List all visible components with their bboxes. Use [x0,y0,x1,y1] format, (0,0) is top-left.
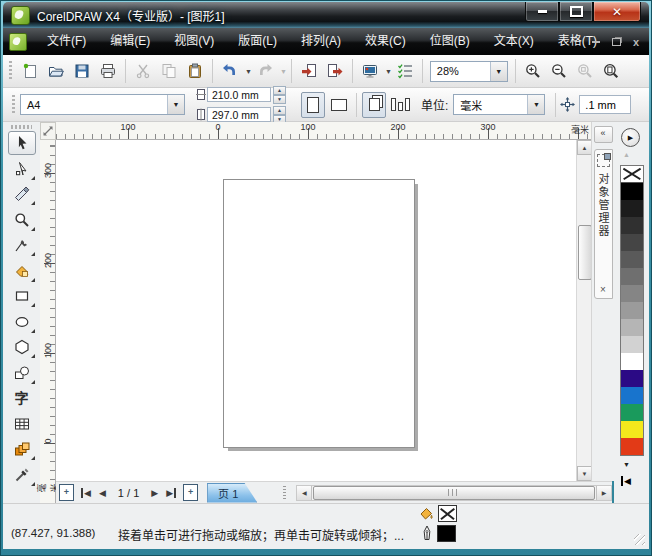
color-swatch[interactable] [621,183,643,200]
flyout-arrow-icon[interactable] [31,176,35,180]
zoom-combo-arrow[interactable]: ▼ [490,62,507,81]
flyout-arrow-icon[interactable] [31,201,35,205]
all-pages-button[interactable] [362,92,386,118]
interactive-blend-tool[interactable] [8,437,36,461]
toolbar-grip[interactable] [9,61,12,81]
color-swatch[interactable] [621,251,643,268]
horizontal-scroll-thumb[interactable] [313,486,595,500]
fill-color-swatch[interactable] [438,505,457,522]
paper-height-field[interactable]: 297.0 mm [207,107,271,122]
doc-minimize-button[interactable] [592,41,600,43]
page-tab[interactable]: 页 1 [207,483,257,503]
landscape-orientation-button[interactable] [327,92,351,118]
rectangle-tool[interactable] [8,284,36,308]
smart-fill-tool[interactable] [8,259,36,283]
color-swatch[interactable] [621,336,643,353]
toolbox-grip[interactable] [11,125,32,129]
window-resize-grip[interactable] [634,534,645,545]
nudge-offset-field[interactable]: .1 mm [579,95,631,114]
color-swatch[interactable] [621,285,643,302]
zoom-out-button[interactable] [547,58,571,84]
zoom-in-button[interactable] [521,58,545,84]
add-page-button[interactable]: + [183,484,198,501]
minimize-button[interactable] [525,2,559,22]
launcher-dropdown-arrow[interactable]: ▼ [385,68,392,75]
pick-tool[interactable] [8,131,36,155]
units-combo-arrow[interactable]: ▼ [527,95,544,114]
paper-type-combo[interactable]: A4 ▼ [20,94,185,115]
undo-dropdown-arrow[interactable]: ▼ [245,68,252,75]
palette-expand-button[interactable]: ◀ [621,476,631,486]
scroll-left-button[interactable]: ◀ [297,486,312,500]
color-swatch[interactable] [621,302,643,319]
undo-button[interactable] [218,58,242,84]
first-page-button[interactable]: ◀ [81,488,91,498]
docker-collapse-button[interactable]: « [594,126,613,143]
palette-flyout-button[interactable]: ▶ [621,128,640,147]
color-swatch[interactable] [621,421,643,438]
vertical-scroll-thumb[interactable] [578,225,592,280]
polygon-tool[interactable] [8,335,36,359]
eyedropper-tool[interactable] [8,463,36,487]
table-tool[interactable] [8,412,36,436]
crop-tool[interactable] [8,182,36,206]
color-swatch[interactable] [621,387,643,404]
color-swatch[interactable] [621,217,643,234]
paper-width-spinner[interactable]: ▲▼ [273,86,286,104]
menu-bitmaps[interactable]: 位图(B) [418,28,482,55]
menu-layout[interactable]: 版面(L) [226,28,289,55]
doc-close-button[interactable]: x [633,37,639,47]
new-document-button[interactable] [18,58,42,84]
units-combo[interactable]: 毫米 ▼ [453,94,545,115]
add-page-button[interactable]: + [59,484,74,501]
menu-file[interactable]: 文件(F) [35,28,98,55]
zoom-tool[interactable] [8,208,36,232]
docker-close-icon[interactable]: × [600,284,606,295]
flyout-arrow-icon[interactable] [31,482,35,486]
save-button[interactable] [70,58,94,84]
paste-button[interactable] [183,58,207,84]
zoom-level-combo[interactable]: 28% ▼ [430,61,508,82]
flyout-arrow-icon[interactable] [31,456,35,460]
color-swatch[interactable] [621,438,643,455]
current-page-button[interactable] [388,92,412,118]
zoom-to-page-button[interactable] [599,58,623,84]
maximize-button[interactable] [559,2,593,22]
fill-indicator[interactable] [418,505,457,522]
flyout-arrow-icon[interactable] [31,252,35,256]
paper-combo-arrow[interactable]: ▼ [167,95,184,114]
freehand-tool[interactable] [8,233,36,257]
outline-color-swatch[interactable] [437,525,456,542]
navigator-splitter[interactable] [283,486,286,500]
flyout-arrow-icon[interactable] [31,278,35,282]
previous-page-button[interactable]: ◀ [99,488,106,498]
text-tool[interactable]: 字 [8,386,36,410]
export-button[interactable] [323,58,347,84]
options-checklist-button[interactable] [393,58,417,84]
horizontal-scrollbar[interactable]: ◀ ▶ [296,485,612,501]
import-button[interactable] [297,58,321,84]
menu-effects[interactable]: 效果(C) [353,28,418,55]
color-swatch[interactable] [621,234,643,251]
open-button[interactable] [44,58,68,84]
close-button[interactable]: ✕ [593,2,641,22]
last-page-button[interactable]: ▶ [166,488,176,498]
application-launcher-button[interactable] [358,58,382,84]
vertical-ruler[interactable]: 300 200 100 0 毫米 [40,140,56,503]
print-button[interactable] [96,58,120,84]
paper-height-spinner[interactable]: ▲▼ [273,106,286,124]
spin-up-icon[interactable]: ▲ [273,86,286,95]
menu-text[interactable]: 文本(X) [482,28,546,55]
menu-view[interactable]: 视图(V) [162,28,226,55]
color-swatch[interactable] [621,200,643,217]
horizontal-ruler[interactable]: 100 0 100 200 300 毫米 [56,122,591,140]
drawing-canvas[interactable] [56,140,576,481]
scroll-up-button[interactable]: ▲ [577,140,592,155]
flyout-arrow-icon[interactable] [31,329,35,333]
flyout-arrow-icon[interactable] [31,227,35,231]
ruler-origin[interactable] [40,122,56,140]
portrait-orientation-button[interactable] [301,92,325,118]
color-swatch[interactable] [621,370,643,387]
color-swatch[interactable] [621,268,643,285]
outline-indicator[interactable] [420,525,456,542]
